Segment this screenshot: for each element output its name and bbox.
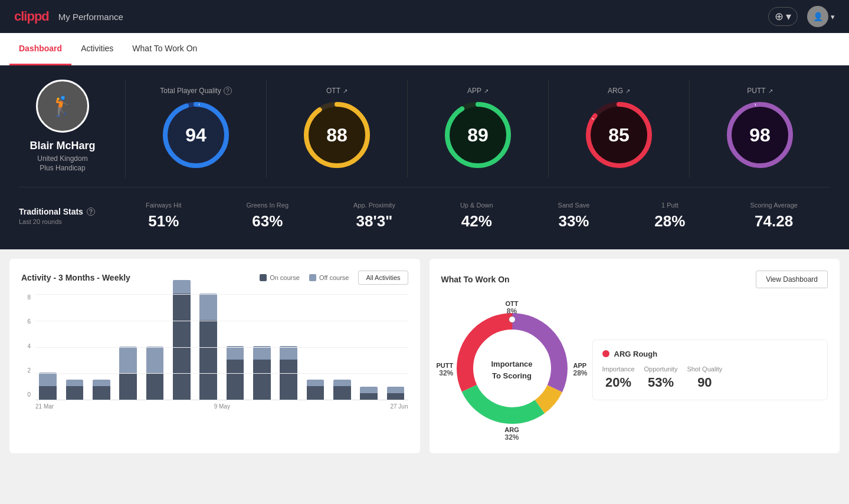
svg-point-22	[509, 317, 515, 322]
bar-top	[199, 294, 217, 320]
putt-segment-label: PUTT 32%	[437, 362, 454, 377]
bar-group	[222, 294, 247, 400]
bar-bottom	[39, 386, 57, 400]
metric-app: APP ↗ 89	[408, 80, 549, 177]
arg-gauge: 85	[584, 100, 654, 170]
bar-bottom	[173, 294, 191, 400]
bottom-panels: Activity - 3 Months - Weekly On course O…	[0, 249, 849, 463]
bar-top	[66, 380, 84, 386]
activity-panel-header: Activity - 3 Months - Weekly On course O…	[21, 271, 408, 285]
arg-detail-card: ARG Rough Importance 20% Opportunity 53%…	[592, 340, 828, 400]
bar-group	[62, 294, 87, 400]
bar-bottom	[280, 360, 297, 400]
avatar-chevron-icon: ▾	[831, 12, 835, 21]
header: clippd My Performance ⊕ ▾ 👤 ▾	[0, 0, 849, 33]
arg-value: 85	[608, 124, 630, 146]
putt-arrow-icon: ↗	[768, 88, 773, 94]
all-activities-button[interactable]: All Activities	[358, 271, 408, 285]
player-avatar: 🏌️	[36, 80, 89, 133]
player-handicap: Plus Handicap	[40, 164, 85, 172]
header-left: clippd My Performance	[14, 9, 123, 24]
bar-top	[333, 380, 351, 386]
stat-1-putt: 1 Putt 28%	[654, 202, 685, 230]
tabs-nav: Dashboard Activities What To Work On	[0, 33, 849, 65]
legend-off-course: Off course	[309, 274, 349, 281]
putt-value: 98	[749, 124, 771, 146]
putt-gauge: 98	[725, 100, 795, 170]
header-right: ⊕ ▾ 👤 ▾	[768, 6, 835, 27]
trad-info-icon[interactable]: ?	[87, 207, 95, 216]
stat-up-and-down: Up & Down 42%	[460, 202, 493, 230]
activity-panel-title: Activity - 3 Months - Weekly	[21, 273, 130, 282]
header-title: My Performance	[58, 12, 123, 22]
app-gauge: 89	[442, 100, 513, 170]
view-dashboard-button[interactable]: View Dashboard	[756, 271, 828, 288]
trad-stats-sublabel: Last 20 rounds	[19, 218, 113, 225]
bar-bottom	[253, 360, 271, 400]
bar-group	[356, 294, 381, 400]
arg-label: ARG ↗	[608, 87, 630, 95]
bar-group	[276, 294, 301, 400]
tab-dashboard[interactable]: Dashboard	[9, 33, 71, 65]
legend-on-course: On course	[260, 274, 300, 281]
bar-group	[250, 294, 274, 400]
bar-bottom	[227, 360, 244, 400]
ott-value: 88	[326, 124, 348, 146]
total-quality-value: 94	[185, 124, 206, 146]
bar-bottom	[66, 386, 84, 400]
bar-top	[387, 387, 405, 393]
tab-what-to-work-on[interactable]: What To Work On	[123, 33, 206, 65]
avatar: 👤	[807, 6, 828, 27]
bar-top	[146, 347, 164, 373]
bar-bottom	[307, 386, 324, 400]
player-country: United Kingdom	[37, 154, 87, 163]
bar-top	[119, 347, 137, 373]
player-name: Blair McHarg	[29, 140, 95, 152]
arg-importance: Importance 20%	[602, 365, 635, 390]
stat-sand-save: Sand Save 33%	[558, 202, 590, 230]
metric-putt: PUTT ↗ 98	[690, 80, 830, 177]
metric-arg: ARG ↗ 85	[549, 80, 690, 177]
donut-center-label: ImportanceTo Scoring	[491, 358, 532, 381]
bar-top	[173, 280, 191, 294]
off-course-dot	[309, 274, 316, 281]
wtwo-panel-title: What To Work On	[441, 275, 510, 284]
player-card: 🏌️ Blair McHarg United Kingdom Plus Hand…	[19, 80, 125, 172]
on-course-dot	[260, 274, 267, 281]
avatar-button[interactable]: 👤 ▾	[807, 6, 835, 27]
arg-opportunity: Opportunity 53%	[644, 365, 678, 390]
app-label: APP ↗	[467, 87, 489, 95]
hero-section: 🏌️ Blair McHarg United Kingdom Plus Hand…	[0, 65, 849, 249]
bar-top	[280, 346, 297, 360]
arg-arrow-icon: ↗	[625, 88, 630, 94]
arg-detail-metrics: Importance 20% Opportunity 53% Shot Qual…	[602, 365, 818, 390]
info-icon[interactable]: ?	[224, 87, 232, 95]
bar-group	[383, 294, 408, 400]
bar-bottom	[333, 386, 351, 400]
putt-label: PUTT ↗	[747, 87, 772, 95]
bar-bottom	[360, 393, 378, 400]
trad-stats-label: Traditional Stats ?	[19, 207, 113, 216]
total-quality-label: Total Player Quality ?	[160, 87, 231, 95]
bar-group	[89, 294, 114, 400]
ott-segment-label: OTT 8%	[506, 300, 519, 315]
wtwo-content: ImportanceTo Scoring OTT 8% APP 28% ARG …	[441, 298, 828, 442]
tab-activities[interactable]: Activities	[71, 33, 123, 65]
bar-top	[93, 380, 110, 386]
add-button[interactable]: ⊕ ▾	[768, 7, 798, 26]
bar-bottom	[387, 393, 405, 400]
donut-wrapper: ImportanceTo Scoring OTT 8% APP 28% ARG …	[441, 298, 583, 442]
bar-bottom	[93, 386, 110, 400]
arg-shot-quality: Shot Quality 90	[687, 365, 722, 390]
bar-bottom	[199, 320, 217, 400]
bar-group	[169, 294, 194, 400]
hero-top: 🏌️ Blair McHarg United Kingdom Plus Hand…	[19, 80, 830, 177]
arg-detail-title: ARG Rough	[602, 350, 818, 358]
activity-panel: Activity - 3 Months - Weekly On course O…	[9, 259, 420, 453]
what-to-work-on-panel: What To Work On View Dashboard	[430, 259, 840, 453]
chart-controls: On course Off course All Activities	[260, 271, 408, 285]
traditional-stats: Traditional Stats ? Last 20 rounds Fairw…	[19, 187, 830, 235]
bar-top	[227, 346, 244, 360]
app-arrow-icon: ↗	[484, 88, 489, 94]
stat-items: Fairways Hit 51% Greens In Reg 63% App. …	[113, 202, 830, 230]
